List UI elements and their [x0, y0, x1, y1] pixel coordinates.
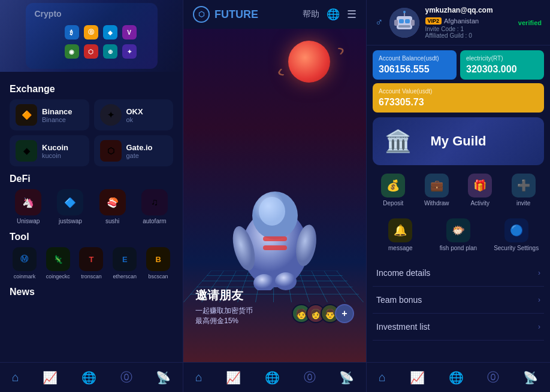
- invite-icon: ➕: [512, 174, 536, 197]
- mid-nav-wifi[interactable]: 📡: [339, 370, 354, 385]
- left-scroll-area: Exchange 🔶 Binance Binance ✦ OKX ok ◆ Ku: [0, 72, 183, 362]
- svg-rect-5: [263, 236, 287, 241]
- globe-icon[interactable]: 🌐: [327, 8, 340, 21]
- action-deposit[interactable]: 💰 Deposit: [373, 170, 414, 210]
- tool-item-coingecko[interactable]: 🦎 coingeckc: [43, 247, 73, 279]
- gate-logo: ⬡: [100, 140, 122, 162]
- mid-banner: 邀请朋友 一起赚取加密货币 最高佣金15% 🧑 👩 👨 +: [183, 29, 366, 362]
- phone-icon-2: Ⓑ: [84, 25, 98, 39]
- action-fishpond[interactable]: 🐡 fish pond plan: [431, 215, 486, 255]
- mid-nav-numbers[interactable]: ⓪: [304, 369, 316, 385]
- right-balances: Account Balance(usdt) 306156.555 electri…: [367, 45, 550, 117]
- left-panel: ₿ Ⓑ ◆ V ◉ ⬡ ⊕ ✦ Exchange 🔶 Binance Binan…: [0, 0, 183, 392]
- help-text[interactable]: 帮助: [303, 9, 319, 20]
- defi-section-title: DeFi: [10, 174, 173, 184]
- action-invite[interactable]: ➕ invite: [503, 170, 545, 210]
- action-activity[interactable]: 🎁 Activity: [460, 170, 501, 210]
- okx-name: OKX: [126, 107, 143, 116]
- income-details-label: Income details: [376, 268, 430, 278]
- exchange-item-kucoin[interactable]: ◆ Kucoin kucoin: [10, 135, 89, 166]
- gate-info: Gate.io gate: [126, 143, 153, 159]
- action-withdraw[interactable]: 💼 Withdraw: [416, 170, 458, 210]
- balance-card-total: Account Value(usdt) 673305.73: [373, 83, 544, 113]
- invite-plus-button[interactable]: +: [335, 304, 354, 323]
- fishpond-icon: 🐡: [446, 218, 470, 242]
- withdraw-label: Withdraw: [424, 200, 449, 206]
- guild-banner[interactable]: 🏛️ My Guild: [373, 117, 544, 165]
- tool-item-tronscan[interactable]: T tronscan: [77, 247, 107, 279]
- exchange-item-okx[interactable]: ✦ OKX ok: [94, 99, 174, 130]
- user-invite-code: Invite Code : 1: [425, 26, 512, 32]
- left-nav-chart[interactable]: 📈: [43, 370, 58, 385]
- defi-item-autofarm[interactable]: ♫ autofarm: [136, 189, 173, 224]
- right-nav-chart[interactable]: 📈: [410, 370, 425, 385]
- security-label: Security Settings: [494, 245, 539, 251]
- phone-icon-6: ⬡: [84, 44, 98, 59]
- electricity-label: electricity(RT): [466, 55, 538, 62]
- electricity-value: 320303.000: [466, 64, 538, 75]
- right-nav-numbers[interactable]: ⓪: [487, 369, 499, 385]
- exchange-grid: 🔶 Binance Binance ✦ OKX ok ◆ Kucoin kuco…: [10, 99, 173, 166]
- right-nav-planet[interactable]: 🌐: [449, 370, 464, 385]
- etherscan-logo: E: [113, 247, 137, 271]
- verified-badge: verified: [518, 19, 542, 26]
- exchange-item-gate[interactable]: ⬡ Gate.io gate: [94, 135, 174, 166]
- menu-item-team[interactable]: Team bonus ›: [373, 287, 544, 314]
- left-hero-banner: ₿ Ⓑ ◆ V ◉ ⬡ ⊕ ✦: [0, 0, 183, 72]
- left-nav-home[interactable]: ⌂: [12, 370, 19, 384]
- right-bottom-nav: ⌂ 📈 🌐 ⓪ 📡: [367, 362, 550, 392]
- team-bonus-label: Team bonus: [376, 295, 422, 305]
- action-security[interactable]: 🔵 Security Settings: [488, 215, 544, 255]
- banner-astronaut: [227, 171, 323, 290]
- left-nav-numbers[interactable]: ⓪: [120, 369, 132, 385]
- withdraw-icon: 💼: [425, 174, 449, 197]
- kucoin-info: Kucoin kucoin: [42, 143, 68, 159]
- menu-item-income[interactable]: Income details ›: [373, 260, 544, 287]
- balance-card-account: Account Balance(usdt) 306156.555: [373, 50, 457, 80]
- mid-nav-home[interactable]: ⌂: [195, 370, 203, 384]
- exchange-item-binance[interactable]: 🔶 Binance Binance: [10, 99, 89, 130]
- middle-panel: ⬡ FUTURE 帮助 🌐 ☰: [183, 0, 367, 392]
- defi-grid: 🦄 Uniswap 🔷 justswap 🍣 sushi ♫ autofarm: [10, 189, 173, 224]
- defi-item-uniswap[interactable]: 🦄 Uniswap: [10, 189, 47, 224]
- vip-badge: VIP2: [425, 17, 442, 25]
- tool-item-bscscan[interactable]: B bscscan: [143, 247, 173, 279]
- justswap-label: justswap: [59, 218, 82, 224]
- kucoin-logo: ◆: [16, 140, 37, 162]
- action-message[interactable]: 🔔 message: [373, 215, 428, 255]
- user-affiliated-guild: Affiliated Guild : 0: [425, 32, 512, 39]
- user-location: Afghanistan: [444, 17, 479, 25]
- bscscan-logo: B: [146, 247, 170, 271]
- activity-icon: 🎁: [468, 174, 492, 197]
- mid-nav-chart[interactable]: 📈: [226, 370, 241, 385]
- activity-label: Activity: [470, 200, 489, 206]
- menu-item-investment[interactable]: Investment list ›: [373, 314, 544, 341]
- income-chevron-icon: ›: [538, 269, 540, 277]
- phone-icon-8: ✦: [122, 44, 137, 59]
- mid-bottom-nav: ⌂ 📈 🌐 ⓪ 📡: [183, 362, 366, 392]
- message-icon: 🔔: [388, 218, 412, 242]
- coingecko-logo: 🦎: [46, 247, 70, 271]
- kucoin-name: Kucoin: [42, 143, 68, 152]
- tool-item-etherscan[interactable]: E etherscan: [110, 247, 140, 279]
- svg-rect-6: [263, 245, 287, 250]
- menu-icon[interactable]: ☰: [347, 8, 356, 21]
- right-nav-wifi[interactable]: 📡: [523, 370, 538, 385]
- etherscan-label: etherscan: [113, 274, 137, 279]
- kucoin-sub: kucoin: [42, 152, 68, 159]
- defi-item-sushi[interactable]: 🍣 sushi: [94, 189, 131, 224]
- balance-card-electricity: electricity(RT) 320303.000: [460, 50, 544, 80]
- phone-icon-3: ◆: [103, 25, 117, 39]
- left-nav-wifi[interactable]: 📡: [156, 370, 171, 385]
- left-nav-planet[interactable]: 🌐: [81, 370, 96, 385]
- svg-rect-12: [411, 20, 415, 26]
- uniswap-label: Uniswap: [17, 218, 40, 224]
- autofarm-label: autofarm: [143, 218, 166, 224]
- right-nav-home[interactable]: ⌂: [379, 370, 386, 384]
- okx-sub: ok: [126, 116, 143, 123]
- defi-item-justswap[interactable]: 🔷 justswap: [52, 189, 89, 224]
- mid-nav-planet[interactable]: 🌐: [265, 370, 280, 385]
- mid-banner-text-block: 邀请朋友 一起赚取加密货币 最高佣金15%: [195, 287, 253, 326]
- tool-item-coinmarketcap[interactable]: Ⓜ coinmark: [10, 247, 40, 279]
- investment-chevron-icon: ›: [538, 323, 540, 331]
